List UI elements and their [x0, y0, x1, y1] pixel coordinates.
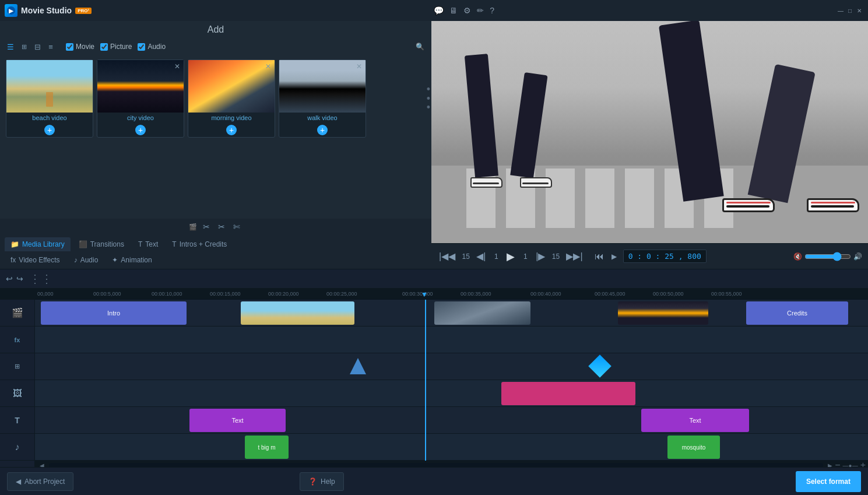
tab-text[interactable]: T Text — [132, 237, 164, 251]
play-button[interactable]: ▶ — [505, 250, 516, 263]
thumb-morning — [188, 60, 275, 113]
walk-add[interactable]: + — [279, 123, 366, 137]
clip-intro[interactable]: Intro — [41, 301, 187, 325]
skip-fwd-number: 15 — [550, 252, 561, 261]
text-track-label: T — [0, 407, 34, 434]
help-button[interactable]: ❓ Help — [300, 472, 344, 491]
select-format-button[interactable]: Select format — [796, 471, 861, 492]
prev-frame-button[interactable]: ⏮ — [593, 251, 606, 262]
time-40: 00:00:40,000 — [530, 291, 561, 297]
transitions-icon: ⬛ — [79, 240, 87, 248]
volume-high-icon: 🔊 — [853, 252, 862, 261]
beach-label: beach video — [6, 113, 93, 123]
media-card-walk: ✕ walk video + — [279, 59, 366, 138]
monitor-icon[interactable]: 🖥 — [449, 6, 458, 15]
close-button[interactable]: ✕ — [855, 6, 863, 15]
details-icon[interactable]: ≡ — [45, 41, 57, 52]
picture-checkbox[interactable] — [100, 43, 108, 51]
settings-icon[interactable]: ⚙ — [463, 6, 471, 15]
clip-pink[interactable] — [501, 382, 635, 405]
city-add[interactable]: + — [97, 123, 184, 137]
close-morning[interactable]: ✕ — [265, 62, 271, 71]
search-button[interactable]: 🔍 — [413, 40, 427, 54]
preview-area — [431, 21, 868, 243]
tab-transitions[interactable]: ⬛ Transitions — [73, 237, 130, 251]
volume-icon[interactable]: 🔇 — [793, 252, 802, 261]
zoom-in-icon[interactable]: + — [860, 460, 866, 467]
movie-checkbox[interactable] — [66, 43, 73, 51]
close-city[interactable]: ✕ — [174, 62, 180, 71]
film-strip-icon[interactable]: 🎬 — [189, 223, 197, 231]
movie-filter[interactable]: Movie — [66, 43, 94, 51]
preview-bg — [431, 21, 868, 243]
cut-icon[interactable]: ✂ — [201, 221, 212, 233]
media-card-morning: ✕ morning video + — [188, 59, 275, 138]
fx-track — [35, 327, 868, 353]
tab-intros-credits[interactable]: T Intros + Credits — [166, 237, 233, 251]
scroll-track[interactable] — [49, 463, 823, 467]
bottom-section: ↩ ↪ ⋮⋮ 🎬 fx ⊞ 🖼 T ♪ — [0, 269, 868, 467]
shoes-left — [470, 177, 546, 188]
clip-text1[interactable]: Text — [189, 409, 286, 432]
time-15: 00:00:15,000 — [210, 291, 241, 297]
list-view-icon[interactable]: ☰ — [5, 41, 16, 52]
person-legs-right — [683, 21, 846, 199]
zoom-slider[interactable]: —●— — [843, 462, 858, 468]
audio-filter[interactable]: Audio — [138, 43, 166, 51]
audio-track: t big m mosquito — [35, 434, 868, 461]
undo-button[interactable]: ↩ — [6, 274, 13, 283]
title-icons: 💬 🖥 ⚙ ✏ ? — [434, 6, 494, 15]
skip-to-start-button[interactable]: |◀◀ — [437, 251, 457, 262]
volume-slider-input[interactable] — [804, 252, 851, 261]
cut3-icon[interactable]: ✄ — [231, 221, 243, 233]
transitions-track — [35, 353, 868, 380]
clip-text2[interactable]: Text — [641, 409, 749, 432]
morning-add[interactable]: + — [188, 123, 275, 137]
intros-icon: T — [172, 240, 176, 248]
clip-beach[interactable] — [241, 301, 354, 325]
abort-project-button[interactable]: ◀ Abort Project — [7, 472, 73, 491]
clip-audio2[interactable]: mosquito — [667, 436, 720, 459]
image-track-label: 🖼 — [0, 380, 34, 407]
grid-small-icon[interactable]: ⊞ — [18, 41, 30, 52]
pen-icon[interactable]: ✏ — [477, 6, 484, 15]
separator: ⋮⋮ — [27, 272, 55, 286]
clip-city[interactable] — [618, 301, 708, 325]
fx-icon: fx — [10, 256, 16, 264]
scroll-left-arrow[interactable]: ◀ — [37, 462, 47, 468]
audio-checkbox[interactable] — [138, 43, 145, 51]
shoes-right — [722, 198, 851, 212]
close-walk[interactable]: ✕ — [356, 62, 362, 71]
tab-audio[interactable]: ♪ Audio — [68, 253, 104, 267]
zoom-out-icon[interactable]: − — [835, 460, 840, 467]
clip-credits[interactable]: Credits — [746, 301, 848, 325]
grid-large-icon[interactable]: ⊟ — [31, 41, 43, 52]
scroll-right-arrow[interactable]: ▶ — [825, 462, 835, 468]
tab-animation[interactable]: ✦ Animation — [106, 253, 157, 267]
transition-2[interactable] — [588, 354, 612, 378]
tab-video-effects[interactable]: fx Video Effects — [5, 253, 66, 267]
step-fwd-button[interactable]: |▶ — [534, 251, 547, 262]
cut2-icon[interactable]: ✂ — [216, 221, 227, 233]
beach-add[interactable]: + — [6, 123, 93, 137]
picture-filter[interactable]: Picture — [100, 43, 132, 51]
right-panel: |◀◀ 15 ◀| 1 ▶ 1 |▶ 15 ▶▶| ⏮ ▶ 0 : 0 : 25… — [431, 21, 868, 269]
maximize-button[interactable]: □ — [846, 6, 854, 15]
skip-to-end-button[interactable]: ▶▶| — [564, 251, 584, 262]
footer: ◀ Abort Project ❓ Help Select format — [0, 467, 868, 495]
left-panel: Add ☰ ⊞ ⊟ ≡ Movie Picture Au — [0, 21, 431, 269]
transition-1[interactable] — [350, 358, 366, 374]
preview-video — [431, 21, 868, 243]
time-10: 00:00:10,000 — [152, 291, 182, 297]
chat-icon[interactable]: 💬 — [434, 6, 444, 15]
clip-audio1[interactable]: t big m — [245, 436, 289, 459]
step-back-button[interactable]: ◀| — [475, 251, 487, 262]
minimize-button[interactable]: — — [837, 6, 845, 15]
video-icon: 🎬 — [12, 307, 23, 318]
help-icon[interactable]: ? — [490, 6, 494, 15]
timeline-content[interactable]: 00,000 00:00:5,000 00:00:10,000 00:00:15… — [35, 288, 868, 467]
more-menu[interactable]: ••• — [427, 86, 430, 111]
redo-button[interactable]: ↪ — [16, 274, 23, 283]
clip-walk[interactable] — [434, 301, 530, 325]
tab-media-library[interactable]: 📁 Media Library — [5, 237, 71, 251]
